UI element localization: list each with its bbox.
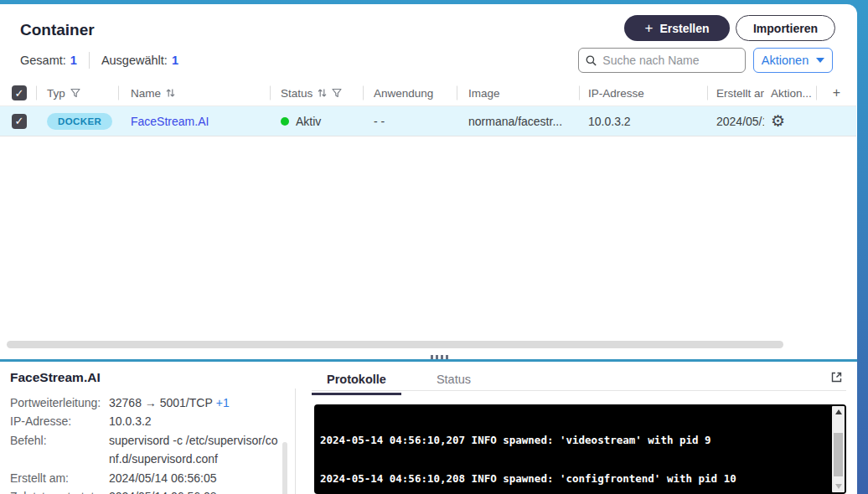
anwendung-value: - - [374,115,385,128]
column-image[interactable]: Image [457,80,580,105]
detail-field-ports: Portweiterleitung: 32768 → 5001/TCP+1 [10,394,280,412]
column-aktion[interactable]: Aktion... [764,80,817,105]
detail-field-last-started: Zuletzt gestartet: 2024/05/14 06:56:08 [10,487,280,494]
field-label: Erstellt am: [10,469,109,487]
column-name-label: Name [131,87,161,100]
ip-value: 10.0.3.2 [588,115,631,128]
row-image-cell: normana/facestr... [457,106,580,136]
plus-icon: + [644,20,653,37]
column-typ-label: Typ [47,87,65,100]
row-plus-cell [817,106,856,136]
import-button[interactable]: Importieren [736,15,835,41]
tabs-baseline [312,390,846,391]
header-select-cell: ✓ [0,80,37,105]
add-column-button[interactable]: + [817,80,856,105]
details-title: FaceStream.AI [10,370,280,385]
image-value: normana/facestr... [468,115,562,128]
field-label: Zuletzt gestartet: [10,487,109,494]
log-terminal[interactable]: 2024-05-14 04:56:10,207 INFO spawned: 'v… [314,404,846,494]
log-line: 2024-05-14 04:56:10,208 INFO spawned: 'c… [320,472,818,485]
status-dot-icon [281,117,289,126]
detail-field-ip: IP-Adresse: 10.0.3.2 [10,412,280,430]
detail-field-command: Befehl: supervisord -c /etc/supervisor/c… [10,431,280,469]
summary-divider [89,52,90,69]
detail-field-created: Erstellt am: 2024/05/14 06:56:05 [10,469,280,487]
column-name[interactable]: Name [119,80,271,105]
scroll-down-icon[interactable] [832,481,845,492]
ports-value: 32768 → 5001/TCP [109,396,213,409]
table-row[interactable]: ✓ DOCKER FaceStream.AI Aktiv - - normana… [0,106,856,136]
column-anwendung-label: Anwendung [374,87,433,100]
field-value: 2024/05/14 06:56:08 [109,487,280,494]
select-all-checkbox[interactable]: ✓ [12,85,27,100]
details-scrollbar[interactable] [282,442,287,494]
search-box[interactable] [578,48,746,73]
column-typ[interactable]: Typ [37,80,119,105]
check-icon: ✓ [15,116,24,126]
actions-label: Aktionen [762,54,809,67]
sort-icon[interactable] [318,88,327,98]
log-output: 2024-05-14 04:56:10,207 INFO spawned: 'v… [320,408,818,494]
created-value: 2024/05/14 06:56:05 [716,115,764,128]
row-name-cell: FaceStream.AI [119,106,271,136]
column-ip-label: IP-Adresse [588,87,644,100]
row-status-cell: Aktiv [271,106,364,136]
field-value: supervisord -c /etc/supervisor/conf.d/su… [109,431,280,469]
selected-value: 1 [172,54,178,67]
chevron-down-icon [816,58,824,63]
selected-label: Ausgewählt: [101,54,168,67]
panel-divider [295,389,296,494]
check-icon: ✓ [15,88,24,99]
actions-dropdown[interactable]: Aktionen [753,48,833,73]
container-table: ✓ Typ Name Status [0,80,857,136]
create-button-label: Erstellen [659,22,709,35]
total-label: Gesamt: [20,54,66,67]
tab-protokolle[interactable]: Protokolle [312,371,401,395]
details-tabs: Protokolle Status [312,371,486,395]
row-aktion-cell: ⚙ [764,106,817,136]
total-value: 1 [70,54,77,67]
column-aktion-label: Aktion... [771,87,812,100]
status-text: Aktiv [296,115,321,128]
details-panel: FaceStream.AI Portweiterleitung: 32768 →… [10,370,280,494]
filter-icon[interactable] [332,88,342,98]
field-label: Portweiterleitung: [10,394,109,412]
column-erstellt-am[interactable]: Erstellt am [708,80,764,105]
gear-icon[interactable]: ⚙ [771,113,785,129]
field-label: Befehl: [10,431,109,469]
create-button[interactable]: + Erstellen [624,15,730,41]
search-input[interactable] [602,54,738,67]
splitter-divider[interactable] [0,359,857,362]
row-created-cell: 2024/05/14 06:56:05 [708,106,764,136]
plus-icon: + [833,85,840,100]
tab-status[interactable]: Status [421,371,486,395]
column-anwendung[interactable]: Anwendung [364,80,457,105]
row-typ-cell: DOCKER [37,106,119,136]
container-station-window: Container + Erstellen Importieren Gesamt… [0,4,857,494]
column-ip-adresse[interactable]: IP-Adresse [580,80,708,105]
open-external-icon[interactable] [830,371,844,384]
scroll-up-icon[interactable] [832,406,845,418]
summary-bar: Gesamt: 1 Ausgewählt: 1 [20,52,178,69]
docker-badge[interactable]: DOCKER [47,113,112,130]
field-value: 2024/05/14 06:56:05 [109,469,280,487]
sort-icon[interactable] [166,88,175,98]
field-label: IP-Adresse: [10,412,109,430]
terminal-scrollbar-thumb[interactable] [834,433,843,476]
column-status-label: Status [281,87,313,100]
field-value: 32768 → 5001/TCP+1 [109,394,280,412]
row-ip-cell: 10.0.3.2 [580,106,708,136]
log-line: 2024-05-14 04:56:10,207 INFO spawned: 'v… [320,434,818,446]
terminal-scrollbar[interactable] [832,406,845,492]
filter-icon[interactable] [70,88,80,98]
row-checkbox[interactable]: ✓ [12,114,27,129]
search-icon [586,54,597,67]
more-ports-link[interactable]: +1 [216,396,230,409]
column-image-label: Image [468,87,500,100]
row-select-cell: ✓ [0,106,37,136]
table-header-row: ✓ Typ Name Status [0,80,856,106]
column-status[interactable]: Status [271,80,364,105]
container-name-link[interactable]: FaceStream.AI [131,115,209,128]
column-created-label: Erstellt am [716,87,764,100]
horizontal-scrollbar[interactable] [7,341,783,348]
